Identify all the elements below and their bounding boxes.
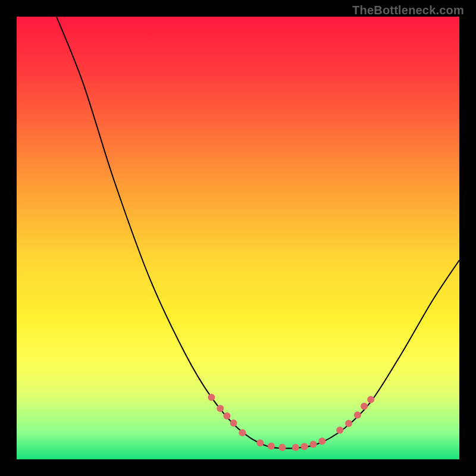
data-marker <box>367 396 374 403</box>
data-marker <box>301 443 308 450</box>
data-marker <box>361 403 368 410</box>
plot-area <box>17 17 459 459</box>
data-marker <box>318 437 325 444</box>
data-marker <box>268 443 275 450</box>
attribution-text: TheBottleneck.com <box>352 4 464 17</box>
data-marker <box>223 412 230 419</box>
bottleneck-curve <box>17 17 459 459</box>
data-marker <box>239 429 246 436</box>
data-marker <box>345 420 352 427</box>
data-marker <box>278 444 286 451</box>
data-marker <box>292 444 299 451</box>
data-marker <box>309 441 317 448</box>
data-marker <box>208 394 215 401</box>
data-marker <box>256 439 264 446</box>
data-marker <box>230 419 237 427</box>
data-marker <box>354 412 361 419</box>
chart-frame: TheBottleneck.com <box>0 0 476 476</box>
data-marker <box>336 427 343 434</box>
data-marker <box>217 405 224 412</box>
